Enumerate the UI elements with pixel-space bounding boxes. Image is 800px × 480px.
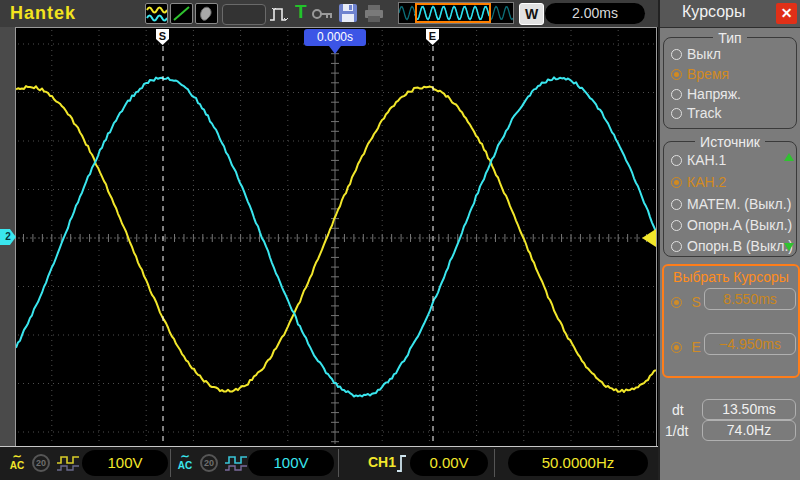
ch1-coupling-icon: ∼AC: [6, 450, 28, 476]
radio-voltage[interactable]: Напряж.: [671, 86, 795, 104]
radio-icon: [671, 108, 682, 119]
cursor-e-radio[interactable]: E: [671, 338, 701, 356]
cursor-s-label: S: [691, 294, 700, 310]
radio-refa[interactable]: Опорн.A (Выкл.): [671, 217, 795, 235]
radio-icon: [671, 199, 682, 210]
hand-icon: [196, 4, 217, 23]
scroll-down-icon[interactable]: [784, 243, 794, 251]
window-mode-button[interactable]: W: [519, 3, 544, 25]
scroll-up-icon[interactable]: [784, 153, 794, 161]
dual-wave-icon: [146, 4, 167, 23]
radio-track[interactable]: Track: [671, 105, 795, 123]
ch2-scale-readout[interactable]: 100V: [248, 450, 334, 476]
ch2-bandwidth-icon: 20: [200, 454, 218, 472]
ramp-display-button[interactable]: [170, 3, 193, 24]
ch1-probe-wave-icon: [56, 455, 80, 472]
divider: [170, 449, 171, 477]
top-toolbar: Hantek T: [0, 0, 658, 28]
timebase-readout: 2.00ms: [545, 3, 645, 24]
cursor-s-radio[interactable]: S: [671, 293, 701, 311]
hand-tool-button[interactable]: [195, 3, 218, 24]
radio-ch1[interactable]: КАН.1: [671, 152, 795, 170]
ch2-probe-wave-icon: [224, 455, 248, 472]
select-cursors-title: Выбрать Курсоры: [664, 269, 798, 285]
type-group-title: Тип: [664, 29, 796, 47]
ch1-scale-readout[interactable]: 100V: [82, 450, 168, 476]
cursor-e-value[interactable]: −4.950ms: [704, 333, 796, 355]
radio-icon: [671, 49, 682, 60]
radio-refb[interactable]: Опорн.B (Выкл.): [671, 238, 795, 256]
rising-edge-icon: [396, 452, 408, 474]
trigger-frequency-readout: 50.0000Hz: [508, 450, 648, 476]
trigger-level-readout[interactable]: 0.00V: [410, 450, 488, 476]
radio-icon: [671, 241, 682, 252]
horizontal-position-marker[interactable]: 0.000s: [304, 29, 366, 46]
radio-icon: [671, 220, 682, 231]
cursors-menu-panel: Курсоры ✕ Тип Выкл Время Напряж. Track И…: [658, 0, 800, 480]
select-cursors-group: Выбрать Курсоры S 8.550ms E −4.950ms: [662, 264, 800, 378]
waveform-preview[interactable]: [398, 2, 514, 24]
ch1-bandwidth-icon: 20: [32, 454, 50, 472]
dt-label: dt: [672, 402, 684, 418]
trigger-source-label: CH1: [368, 454, 396, 470]
radio-ch2[interactable]: КАН.2: [671, 174, 795, 192]
menu-title-bar: Курсоры ✕: [660, 0, 800, 28]
ramp-icon: [171, 4, 192, 23]
trigger-t-indicator: T: [295, 1, 307, 23]
window-zoom-region[interactable]: [415, 3, 491, 23]
radio-icon: [671, 342, 682, 353]
ch2-coupling-icon: ∼AC: [174, 450, 196, 476]
radio-icon: [671, 297, 682, 308]
cursor-e-label: E: [691, 339, 700, 355]
hantek-logo: Hantek: [10, 3, 76, 24]
close-icon[interactable]: ✕: [776, 3, 797, 24]
cursor-s-value[interactable]: 8.550ms: [704, 288, 796, 310]
radio-math[interactable]: МАТЕМ. (Выкл.): [671, 196, 795, 214]
key-lock-icon[interactable]: [312, 8, 334, 20]
radio-time[interactable]: Время: [671, 66, 795, 84]
source-group-title: Источник: [664, 133, 796, 151]
inv-dt-label: 1/dt: [665, 423, 688, 439]
channels-waveform-button[interactable]: [145, 3, 168, 24]
inv-dt-value: 74.0Hz: [702, 420, 796, 441]
radio-icon: [671, 155, 682, 166]
channel-status-bar: ∼AC 20 100V ∼AC 20 100V CH1 0.00V 50.000…: [0, 446, 658, 480]
divider: [494, 449, 495, 477]
divider: [338, 449, 339, 477]
dt-value: 13.50ms: [702, 399, 796, 420]
save-floppy-icon[interactable]: [338, 3, 358, 23]
pulse-trigger-icon: [268, 4, 292, 24]
waveform-canvas: [16, 28, 656, 446]
waveform-display: [15, 27, 657, 447]
radio-off[interactable]: Выкл: [671, 46, 795, 64]
source-group: Источник КАН.1 КАН.2 МАТЕМ. (Выкл.) Опор…: [663, 141, 797, 257]
radio-icon: [671, 69, 682, 80]
horizontal-position-pointer-icon: [329, 46, 341, 54]
type-group: Тип Выкл Время Напряж. Track: [663, 37, 797, 129]
radio-icon: [671, 177, 682, 188]
radio-icon: [671, 89, 682, 100]
menu-title: Курсоры: [682, 3, 746, 21]
print-icon[interactable]: [363, 4, 385, 23]
trigger-status-box: [222, 4, 266, 25]
